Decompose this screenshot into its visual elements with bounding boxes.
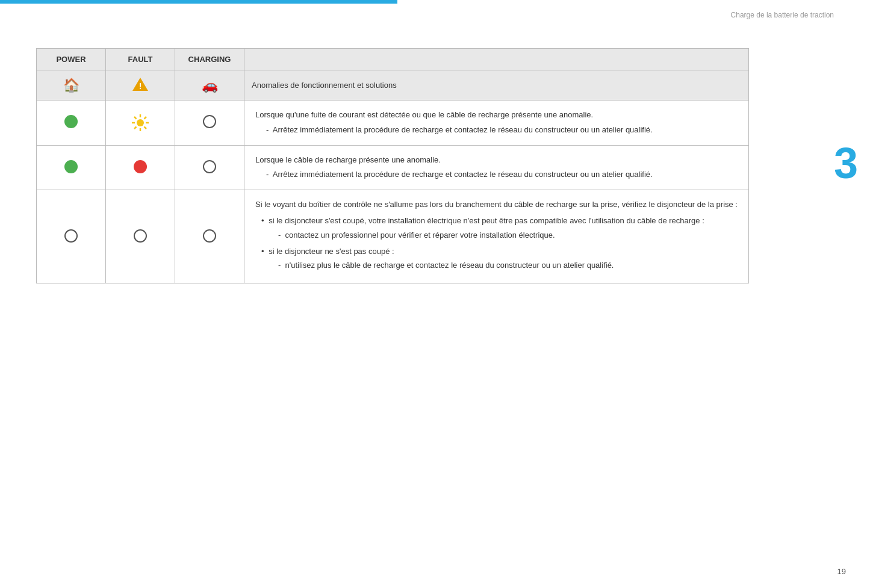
green-circle-icon bbox=[64, 115, 78, 128]
table-row: Si le voyant du boîtier de contrôle ne s… bbox=[37, 190, 749, 283]
empty-circle-icon bbox=[203, 160, 216, 173]
car-icon: 🚗 bbox=[202, 78, 218, 93]
svg-point-2 bbox=[137, 119, 144, 126]
row1-fault-cell bbox=[106, 101, 175, 146]
row2-desc-text: Lorsque le câble de recharge présente un… bbox=[255, 154, 738, 182]
page-number: 19 bbox=[837, 567, 846, 576]
empty-circle-icon bbox=[64, 229, 78, 243]
charging-icon-header: 🚗 bbox=[175, 70, 244, 101]
row3-description: Si le voyant du boîtier de contrôle ne s… bbox=[244, 190, 749, 283]
row2-fault-cell bbox=[106, 145, 175, 190]
main-table: POWER FAULT CHARGING 🏠 ! 🚗 bbox=[36, 48, 749, 283]
svg-line-9 bbox=[144, 117, 147, 119]
svg-line-8 bbox=[144, 126, 147, 129]
description-header-text: Anomalies de fonctionnement et solutions bbox=[244, 70, 749, 101]
row3-power-cell bbox=[37, 190, 106, 283]
table-icon-header-row: 🏠 ! 🚗 Anomalies de fonctionnement et sol… bbox=[37, 70, 749, 101]
chapter-number: 3 bbox=[834, 138, 858, 188]
table-row: Lorsque le câble de recharge présente un… bbox=[37, 145, 749, 190]
empty-circle-icon bbox=[134, 229, 147, 243]
green-circle-icon bbox=[64, 160, 78, 173]
col-fault-header: FAULT bbox=[106, 49, 175, 70]
empty-circle-icon bbox=[203, 115, 216, 128]
power-icon-header: 🏠 bbox=[37, 70, 106, 101]
page-header: Charge de la batterie de traction bbox=[731, 11, 834, 19]
col-description-label bbox=[244, 49, 749, 70]
top-bar bbox=[0, 0, 397, 4]
svg-line-7 bbox=[134, 117, 137, 119]
svg-line-10 bbox=[134, 126, 137, 129]
row2-power-cell bbox=[37, 145, 106, 190]
col-charging-header: CHARGING bbox=[175, 49, 244, 70]
sun-blink-icon bbox=[131, 113, 150, 132]
fault-icon-header: ! bbox=[106, 70, 175, 101]
row1-charging-cell bbox=[175, 101, 244, 146]
svg-text:!: ! bbox=[139, 81, 142, 91]
row2-description: Lorsque le câble de recharge présente un… bbox=[244, 145, 749, 190]
row3-desc-text: Si le voyant du boîtier de contrôle ne s… bbox=[255, 199, 738, 272]
table-row: Lorsque qu'une fuite de courant est déte… bbox=[37, 101, 749, 146]
row2-charging-cell bbox=[175, 145, 244, 190]
row3-fault-cell bbox=[106, 190, 175, 283]
row1-power-cell bbox=[37, 101, 106, 146]
row1-desc-text: Lorsque qu'une fuite de courant est déte… bbox=[255, 109, 738, 137]
header-title: Charge de la batterie de traction bbox=[731, 11, 834, 19]
home-icon: 🏠 bbox=[63, 78, 79, 93]
empty-circle-icon bbox=[203, 229, 216, 243]
col-power-header: POWER bbox=[37, 49, 106, 70]
red-circle-icon bbox=[134, 160, 147, 173]
row3-charging-cell bbox=[175, 190, 244, 283]
warning-triangle-icon: ! bbox=[132, 76, 149, 94]
row1-description: Lorsque qu'une fuite de courant est déte… bbox=[244, 101, 749, 146]
table-header-row: POWER FAULT CHARGING bbox=[37, 49, 749, 70]
